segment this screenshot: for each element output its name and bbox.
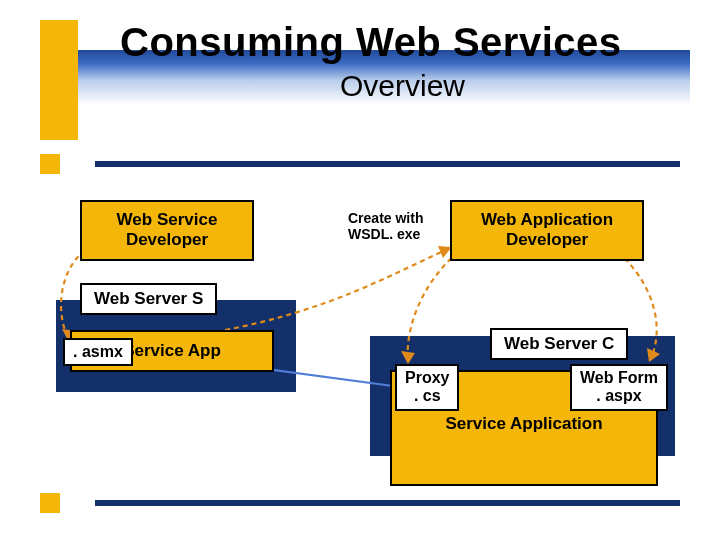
web-application-developer-box: Web Application Developer [450,200,644,261]
web-service-developer-label: Web Service Developer [117,210,218,249]
divider-bottom [95,500,680,506]
proxy-label: Proxy . cs [405,369,449,404]
wsdl-label: Create with WSDL. exe [348,210,423,242]
service-app-label: Service App [123,341,221,360]
web-application-developer-label: Web Application Developer [481,210,613,249]
title-accent-block [40,20,78,140]
asmx-box: . asmx [63,338,133,366]
divider-top [95,161,680,167]
slide-subtitle: Overview [340,69,465,103]
web-server-s-title: Web Server S [80,283,217,315]
slide-title: Consuming Web Services [120,20,622,65]
divider-bottom-square [40,493,60,513]
title-area: Consuming Web Services Overview [40,20,690,120]
web-service-developer-box: Web Service Developer [80,200,254,261]
proxy-box: Proxy . cs [395,364,459,411]
slide: Consuming Web Services Overview Web Serv… [0,0,720,540]
service-application-label: Service Application [445,414,602,433]
web-server-c-title: Web Server C [490,328,628,360]
webform-label: Web Form . aspx [580,369,658,404]
wsdl-label-text: Create with WSDL. exe [348,210,423,242]
webform-box: Web Form . aspx [570,364,668,411]
divider-top-square [40,154,60,174]
